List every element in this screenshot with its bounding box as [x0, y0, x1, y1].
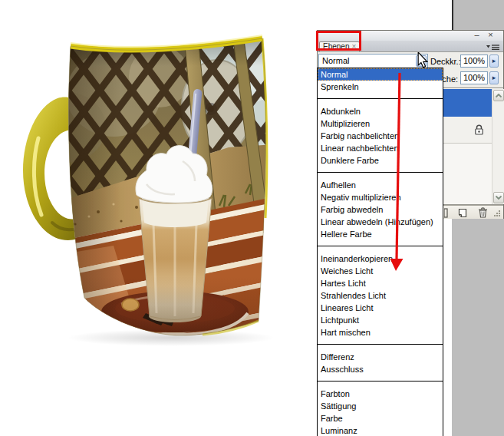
- panel-minimize-button[interactable]: –: [472, 31, 482, 40]
- blend-mode-option[interactable]: Farbton: [318, 388, 443, 400]
- delete-layer-button[interactable]: [478, 207, 488, 218]
- blend-mode-option[interactable]: Sprenkeln: [318, 81, 443, 93]
- blend-mode-option[interactable]: Ausschluss: [318, 363, 443, 375]
- panel-close-button[interactable]: ×: [486, 31, 496, 40]
- chevron-down-icon: [496, 196, 502, 200]
- blend-mode-option[interactable]: Hellere Farbe: [318, 228, 443, 240]
- annotation-box: [316, 31, 361, 51]
- resize-grip[interactable]: [493, 210, 501, 217]
- blend-mode-option[interactable]: Hart mischen: [318, 326, 443, 339]
- blend-mode-option[interactable]: Farbe: [318, 412, 443, 424]
- listbox-separator: [318, 375, 443, 388]
- blend-mode-option[interactable]: Sättigung: [318, 400, 443, 412]
- blend-mode-option[interactable]: Lineares Licht: [318, 302, 443, 314]
- photoshop-screen: – × Ebenen× Normal Deckkr.:: [0, 0, 504, 436]
- listbox-separator: [318, 240, 443, 253]
- blend-mode-value: Normal: [322, 56, 349, 66]
- blend-mode-option[interactable]: Linear abwedeln (Hinzufügen): [318, 216, 443, 228]
- blend-mode-option[interactable]: Linear nachbelichten: [318, 142, 443, 154]
- blend-mode-option[interactable]: Aufhellen: [318, 179, 443, 191]
- listbox-separator: [318, 339, 443, 351]
- blend-mode-option[interactable]: Normal: [318, 68, 443, 81]
- scroll-down-button[interactable]: [493, 192, 504, 203]
- blend-mode-option[interactable]: Weiches Licht: [318, 265, 443, 277]
- partial-icon: [444, 208, 448, 218]
- opacity-label: Deckkr.:: [430, 57, 461, 67]
- blend-mode-option[interactable]: Strahlendes Licht: [318, 289, 443, 302]
- opacity-input[interactable]: 100%: [460, 54, 488, 68]
- blend-mode-option[interactable]: Lichtpunkt: [318, 314, 443, 326]
- fill-input[interactable]: 100%: [460, 71, 488, 84]
- lock-icon: [475, 124, 483, 135]
- mouse-cursor-icon: [417, 52, 428, 68]
- new-layer-button[interactable]: [456, 208, 467, 218]
- blend-mode-option[interactable]: Abdunkeln: [318, 105, 443, 117]
- panel-menu-icon: [486, 44, 500, 51]
- blend-mode-option[interactable]: Ineinanderkopieren: [318, 253, 443, 265]
- dock-edge-line: [452, 0, 453, 31]
- fill-slider-button[interactable]: ▸: [489, 71, 499, 84]
- mug-photo: [21, 31, 276, 347]
- listbox-separator: [318, 167, 443, 179]
- blend-mode-option[interactable]: Hartes Licht: [318, 277, 443, 289]
- blend-mode-option[interactable]: Differenz: [318, 351, 443, 363]
- opacity-slider-button[interactable]: ▸: [489, 54, 499, 68]
- listbox-separator: [318, 93, 443, 105]
- blend-mode-listbox: NormalSprenkelnAbdunkelnMultiplizierenFa…: [317, 68, 443, 436]
- blend-mode-option[interactable]: Farbig nachbelichten: [318, 130, 443, 142]
- mug-mockup-image: [21, 31, 276, 347]
- scroll-up-button[interactable]: [493, 90, 504, 101]
- blend-mode-option[interactable]: Multiplizieren: [318, 117, 443, 130]
- chevron-up-icon: [496, 94, 502, 97]
- blend-mode-option[interactable]: Negativ multiplizieren: [318, 191, 443, 203]
- blend-mode-option[interactable]: Dunklere Farbe: [318, 154, 443, 167]
- blend-mode-option[interactable]: Luminanz: [318, 424, 443, 436]
- blend-mode-select[interactable]: Normal: [318, 54, 428, 68]
- blend-mode-option[interactable]: Farbig abwedeln: [318, 203, 443, 216]
- layer-list-scrollbar[interactable]: [492, 89, 504, 204]
